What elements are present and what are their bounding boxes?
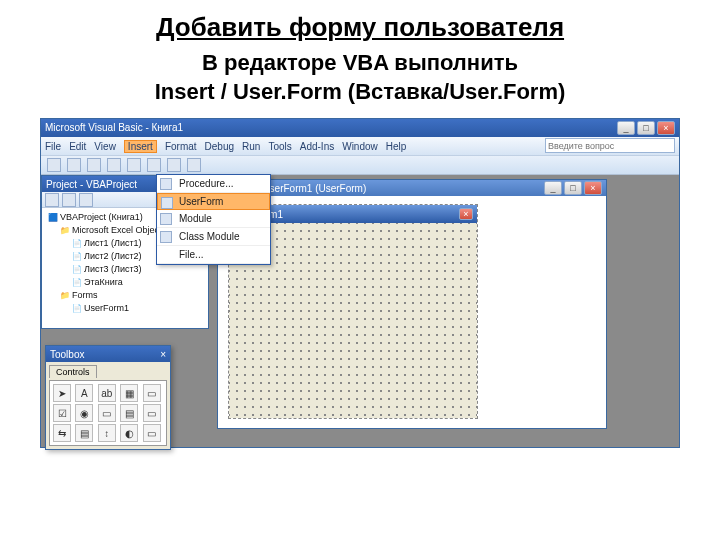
maximize-button[interactable]: □	[637, 121, 655, 135]
toolbar-icon[interactable]	[187, 158, 201, 172]
tree-sheet[interactable]: ЭтаКнига	[46, 276, 204, 289]
toolbox-panel: Toolbox × Controls ➤ A ab ▦ ▭ ☑ ◉ ▭ ▤ ▭ …	[45, 345, 171, 450]
menu-window[interactable]: Window	[342, 141, 378, 152]
tree-userform[interactable]: UserForm1	[46, 302, 204, 315]
minimize-button[interactable]: _	[617, 121, 635, 135]
tool-spinbutton-icon[interactable]: ◐	[120, 424, 138, 442]
menu-item-userform[interactable]: UserForm	[157, 193, 270, 210]
procedure-icon	[160, 178, 172, 190]
tool-optionbutton-icon[interactable]: ◉	[75, 404, 93, 422]
menu-item-file[interactable]: File...	[157, 246, 270, 264]
toolbox-grid: ➤ A ab ▦ ▭ ☑ ◉ ▭ ▤ ▭ ⇆ ▤ ↕ ◐ ▭	[49, 380, 167, 446]
menu-tools[interactable]: Tools	[268, 141, 291, 152]
toolbar-icon[interactable]	[167, 158, 181, 172]
tool-scrollbar-icon[interactable]: ↕	[98, 424, 116, 442]
close-button[interactable]: ×	[657, 121, 675, 135]
main-toolbar	[41, 155, 679, 175]
tool-checkbox-icon[interactable]: ☑	[53, 404, 71, 422]
view-object-icon[interactable]	[62, 193, 76, 207]
menu-file[interactable]: File	[45, 141, 61, 152]
toolbox-title-text: Toolbox	[50, 349, 84, 360]
toolbar-icon[interactable]	[87, 158, 101, 172]
vba-title-bar: Microsoft Visual Basic - Книга1 _ □ ×	[41, 119, 679, 137]
menu-run[interactable]: Run	[242, 141, 260, 152]
tool-combobox-icon[interactable]: ▦	[120, 384, 138, 402]
project-explorer-title-text: Project - VBAProject	[46, 179, 137, 190]
menu-edit[interactable]: Edit	[69, 141, 86, 152]
work-area: Project - VBAProject × VBAProject (Книга…	[41, 175, 679, 447]
tool-togglebutton-icon[interactable]: ▭	[98, 404, 116, 422]
toolbar-icon[interactable]	[67, 158, 81, 172]
menu-item-procedure[interactable]: Procedure...	[157, 175, 270, 193]
close-button[interactable]: ×	[584, 181, 602, 195]
slide-subtitle: В редакторе VBA выполнить Insert / User.…	[30, 49, 690, 106]
mi-label: Procedure...	[179, 178, 233, 189]
toolbar-icon[interactable]	[147, 158, 161, 172]
tool-textbox-icon[interactable]: ab	[98, 384, 116, 402]
mi-label: Module	[179, 213, 212, 224]
tool-listbox-icon[interactable]: ▭	[143, 384, 161, 402]
tool-pointer-icon[interactable]: ➤	[53, 384, 71, 402]
toolbar-icon[interactable]	[107, 158, 121, 172]
form-designer-title: Книга1 - UserForm1 (UserForm) _ □ ×	[218, 180, 606, 196]
menu-addins[interactable]: Add-Ins	[300, 141, 334, 152]
view-code-icon[interactable]	[45, 193, 59, 207]
menu-view[interactable]: View	[94, 141, 116, 152]
toolbox-close-icon[interactable]: ×	[160, 349, 166, 360]
class-module-icon	[160, 231, 172, 243]
tool-tabstrip-icon[interactable]: ⇆	[53, 424, 71, 442]
insert-dropdown: Procedure... UserForm Module Class Modul…	[156, 174, 271, 265]
userform-close-icon[interactable]: ×	[459, 208, 473, 220]
toolbox-title: Toolbox ×	[46, 346, 170, 362]
inner-window-controls: _ □ ×	[544, 181, 602, 195]
toolbar-icon[interactable]	[47, 158, 61, 172]
tool-multipage-icon[interactable]: ▤	[75, 424, 93, 442]
menu-item-module[interactable]: Module	[157, 210, 270, 228]
tool-frame-icon[interactable]: ▤	[120, 404, 138, 422]
tool-image-icon[interactable]: ▭	[143, 424, 161, 442]
window-controls: _ □ ×	[617, 121, 675, 135]
mi-label: File...	[179, 249, 203, 260]
module-icon	[160, 213, 172, 225]
menu-item-classmodule[interactable]: Class Module	[157, 228, 270, 246]
vba-title-text: Microsoft Visual Basic - Книга1	[45, 119, 183, 137]
menu-debug[interactable]: Debug	[205, 141, 234, 152]
tree-folder-forms[interactable]: Forms	[46, 289, 204, 302]
userform-icon	[161, 197, 173, 209]
tool-commandbutton-icon[interactable]: ▭	[143, 404, 161, 422]
toolbar-icon[interactable]	[127, 158, 141, 172]
help-search-input[interactable]	[545, 138, 675, 153]
toggle-folders-icon[interactable]	[79, 193, 93, 207]
form-designer-window: Книга1 - UserForm1 (UserForm) _ □ × User…	[217, 179, 607, 429]
menu-insert[interactable]: Insert	[124, 140, 157, 153]
menu-bar: File Edit View Insert Format Debug Run T…	[41, 137, 679, 155]
slide-sub-l2: Insert / User.Form (Вставка/User.Form)	[155, 79, 566, 104]
toolbox-tab-controls[interactable]: Controls	[49, 365, 97, 378]
menu-help[interactable]: Help	[386, 141, 407, 152]
slide-sub-l1: В редакторе VBA выполнить	[202, 50, 518, 75]
tool-label-icon[interactable]: A	[75, 384, 93, 402]
mi-label: Class Module	[179, 231, 240, 242]
slide-title: Добавить форму пользователя	[40, 12, 680, 43]
mi-label: UserForm	[179, 196, 223, 207]
maximize-button[interactable]: □	[564, 181, 582, 195]
menu-format[interactable]: Format	[165, 141, 197, 152]
minimize-button[interactable]: _	[544, 181, 562, 195]
vba-window: Microsoft Visual Basic - Книга1 _ □ × Fi…	[40, 118, 680, 448]
